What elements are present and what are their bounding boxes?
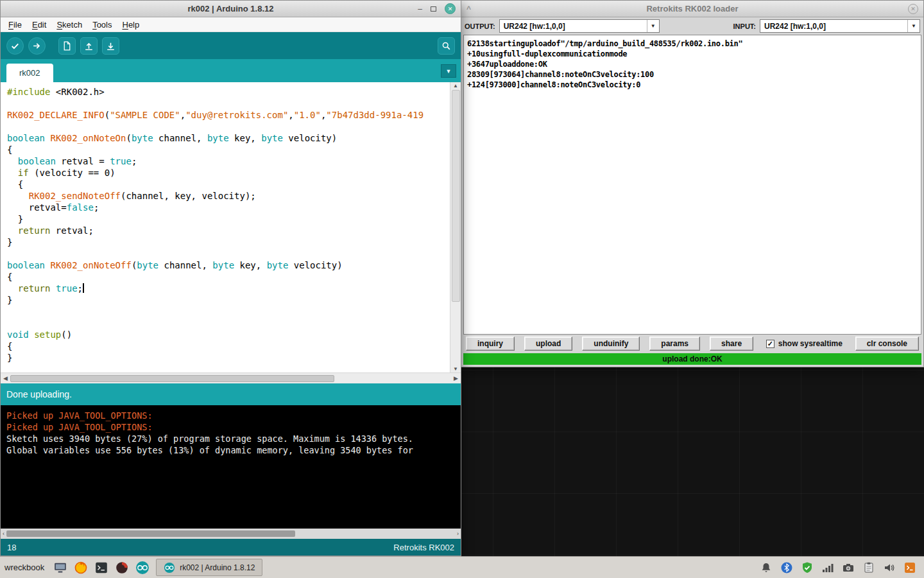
code-line[interactable]: boolean RK002_onNoteOn(byte channel, byt… bbox=[7, 132, 450, 144]
code-line[interactable]: { bbox=[7, 340, 450, 352]
taskbar-task-rk002[interactable]: rk002 | Arduino 1.8.12 bbox=[156, 559, 262, 576]
loader-console-line: +124[973000]channel8:noteOnC3velocity:0 bbox=[467, 80, 918, 90]
scroll-left-icon[interactable]: ‹ bbox=[3, 530, 4, 537]
code-line[interactable]: return retval; bbox=[7, 225, 450, 236]
save-button[interactable] bbox=[102, 37, 119, 55]
code-line[interactable]: if (velocity == 0) bbox=[7, 167, 450, 179]
verify-button[interactable] bbox=[6, 37, 24, 55]
editor-pane: #include <RK002.h> RK002_DECLARE_INFO("S… bbox=[1, 82, 461, 372]
terminal-orange-icon[interactable] bbox=[903, 561, 916, 574]
code-line[interactable]: { bbox=[7, 271, 450, 283]
loader-buttons: inquiryuploadunduinifyparamsshare bbox=[466, 337, 753, 351]
notification-bell-icon[interactable] bbox=[760, 561, 773, 574]
new-sketch-button[interactable] bbox=[58, 37, 76, 55]
scroll-right-icon[interactable]: › bbox=[457, 530, 459, 537]
verify-icon bbox=[10, 40, 21, 51]
terminal-dark-launcher-icon[interactable] bbox=[93, 559, 109, 575]
menu-item-tools[interactable]: Tools bbox=[87, 19, 117, 31]
tab-list-button[interactable]: ▼ bbox=[441, 64, 456, 78]
bluetooth-icon[interactable] bbox=[780, 561, 793, 574]
code-line[interactable]: retval=false; bbox=[7, 202, 450, 213]
browser-dark-launcher-icon[interactable] bbox=[114, 559, 130, 575]
upload-icon bbox=[31, 40, 42, 51]
code-line[interactable]: boolean retval = true; bbox=[7, 155, 450, 167]
taskbar-hostname-label[interactable]: wreckbook bbox=[4, 563, 46, 572]
output-device-select[interactable]: UR242 [hw:1,0,0] ▼ bbox=[499, 19, 660, 33]
code-line[interactable] bbox=[7, 121, 450, 132]
editor-vertical-scrollbar[interactable]: ▲ ▼ bbox=[450, 82, 461, 372]
code-line[interactable]: void setup() bbox=[7, 329, 450, 340]
clr-console-button[interactable]: clr console bbox=[855, 337, 919, 351]
code-line[interactable] bbox=[7, 317, 450, 329]
show-sysrealtime-checkbox[interactable]: ✓ bbox=[766, 340, 774, 348]
upload-button[interactable]: upload bbox=[524, 337, 572, 351]
shield-check-icon[interactable] bbox=[801, 561, 814, 574]
loader-buttonrow: inquiryuploadunduinifyparamsshare ✓ show… bbox=[461, 335, 923, 353]
serial-monitor-button[interactable] bbox=[438, 37, 455, 55]
code-line[interactable]: } bbox=[7, 236, 450, 248]
minimize-icon[interactable]: – bbox=[418, 4, 422, 13]
share-button[interactable]: share bbox=[710, 337, 753, 351]
menu-item-help[interactable]: Help bbox=[117, 19, 144, 31]
code-area[interactable]: #include <RK002.h> RK002_DECLARE_INFO("S… bbox=[1, 82, 450, 372]
tab-rk002[interactable]: rk002 bbox=[6, 64, 53, 82]
close-icon[interactable]: ✕ bbox=[445, 3, 456, 14]
scrollbar-thumb[interactable] bbox=[452, 90, 460, 302]
menu-item-edit[interactable]: Edit bbox=[27, 19, 51, 31]
code-line[interactable]: #include <RK002.h> bbox=[7, 86, 450, 98]
editor-horizontal-scrollbar[interactable]: ◀ ▶ bbox=[1, 372, 461, 383]
code-line[interactable]: { bbox=[7, 179, 450, 190]
console-line: Sketch uses 3940 bytes (27%) of program … bbox=[6, 433, 455, 444]
code-line[interactable]: } bbox=[7, 352, 450, 363]
params-button[interactable]: params bbox=[649, 337, 700, 351]
unduinify-button[interactable]: unduinify bbox=[582, 337, 640, 351]
loader-console-line: +3647uploaddone:OK bbox=[467, 59, 918, 69]
console-horizontal-scrollbar[interactable]: ‹ › bbox=[1, 529, 461, 539]
loader-console-line: +10usingfull-duplexcommunicationmode bbox=[467, 49, 918, 59]
loader-close-icon[interactable]: ✕ bbox=[908, 4, 918, 14]
menu-item-file[interactable]: File bbox=[3, 19, 27, 31]
new-sketch-icon bbox=[62, 40, 73, 51]
code-line[interactable]: boolean RK002_onNoteOff(byte channel, by… bbox=[7, 259, 450, 271]
inquiry-button[interactable]: inquiry bbox=[466, 337, 515, 351]
scroll-left-icon[interactable]: ◀ bbox=[3, 375, 8, 381]
task-button-label: rk002 | Arduino 1.8.12 bbox=[180, 563, 255, 572]
firefox-launcher-icon[interactable] bbox=[73, 559, 89, 575]
console-line: Global variables use 556 bytes (13%) of … bbox=[6, 444, 455, 456]
scroll-right-icon[interactable]: ▶ bbox=[454, 375, 458, 381]
screenshot-camera-icon[interactable] bbox=[842, 561, 855, 574]
menu-item-sketch[interactable]: Sketch bbox=[51, 19, 87, 31]
arduino-launcher-icon[interactable] bbox=[134, 559, 150, 575]
code-line[interactable] bbox=[7, 306, 450, 317]
scrollbar-thumb[interactable] bbox=[10, 375, 334, 382]
scrollbar-thumb[interactable] bbox=[6, 530, 295, 537]
code-line[interactable]: } bbox=[7, 294, 450, 306]
scroll-up-icon[interactable]: ▲ bbox=[453, 83, 458, 89]
chevron-up-icon[interactable]: ^ bbox=[466, 4, 471, 13]
code-line[interactable]: return true; bbox=[7, 283, 450, 294]
loader-titlebar[interactable]: ^ Retrokits RK002 loader ✕ bbox=[461, 1, 923, 17]
code-line[interactable]: } bbox=[7, 213, 450, 225]
arduino-console[interactable]: Picked up JAVA_TOOL_OPTIONS: Picked up J… bbox=[1, 405, 461, 529]
restore-icon[interactable] bbox=[431, 6, 436, 12]
volume-icon[interactable] bbox=[883, 561, 896, 574]
arduino-titlebar[interactable]: rk002 | Arduino 1.8.12 – ✕ bbox=[1, 1, 461, 17]
chevron-down-icon: ▼ bbox=[647, 20, 659, 32]
open-button[interactable] bbox=[80, 37, 98, 55]
upload-button[interactable] bbox=[28, 37, 46, 55]
display-launcher-icon[interactable] bbox=[52, 559, 68, 575]
input-device-select[interactable]: UR242 [hw:1,0,0] ▼ bbox=[760, 19, 920, 33]
code-line[interactable] bbox=[7, 98, 450, 109]
code-line[interactable]: RK002_DECLARE_INFO("SAMPLE CODE","duy@re… bbox=[7, 109, 450, 121]
code-line[interactable]: { bbox=[7, 144, 450, 155]
output-label: OUTPUT: bbox=[465, 22, 495, 30]
open-icon bbox=[83, 40, 94, 51]
network-signal-icon[interactable] bbox=[821, 561, 834, 574]
loader-console[interactable]: 62138startinguploadof"/tmp/arduino_build… bbox=[463, 35, 921, 335]
desktop: ^ Retrokits RK002 loader ✕ OUTPUT: UR242… bbox=[0, 0, 924, 578]
scroll-down-icon[interactable]: ▼ bbox=[453, 366, 458, 372]
code-line[interactable]: RK002_sendNoteOff(channel, key, velocity… bbox=[7, 190, 450, 202]
clipboard-icon[interactable] bbox=[862, 561, 875, 574]
serial-monitor-icon bbox=[441, 40, 452, 51]
code-line[interactable] bbox=[7, 248, 450, 259]
